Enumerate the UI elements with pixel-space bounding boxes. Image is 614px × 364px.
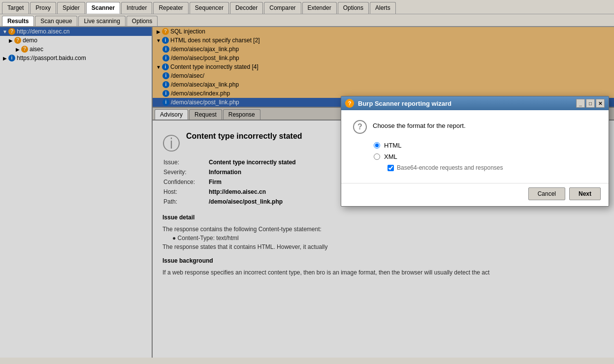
radio-html-input[interactable]: [374, 142, 380, 149]
tab-repeater[interactable]: Repeater: [153, 2, 188, 14]
radio-xml-label[interactable]: XML: [374, 153, 597, 160]
modal-close-button[interactable]: ✕: [596, 99, 605, 108]
radio-xml-input[interactable]: [374, 153, 380, 160]
subtab-live-scanning[interactable]: Live scanning: [78, 16, 125, 26]
modal-question-text: Choose the format for the report.: [373, 120, 466, 129]
modal-overlay: ? Burp Scanner reporting wizard _ □ ✕ ? …: [0, 27, 614, 358]
modal-title-icon: ?: [345, 99, 354, 108]
cancel-button[interactable]: Cancel: [528, 187, 565, 200]
tab-comparer[interactable]: Comparer: [264, 2, 301, 14]
radio-xml-text: XML: [384, 153, 397, 160]
tab-extender[interactable]: Extender: [302, 2, 337, 14]
radio-html-label[interactable]: HTML: [374, 142, 597, 149]
sub-tab-bar: Results Scan queue Live scanning Options: [0, 14, 614, 27]
tab-proxy[interactable]: Proxy: [30, 2, 56, 14]
next-button[interactable]: Next: [569, 187, 601, 200]
tab-alerts[interactable]: Alerts: [370, 2, 396, 14]
burp-scanner-wizard-modal: ? Burp Scanner reporting wizard _ □ ✕ ? …: [341, 96, 609, 207]
tab-scanner[interactable]: Scanner: [86, 2, 120, 14]
menu-bar: Target Proxy Spider Scanner Intruder Rep…: [0, 0, 614, 14]
subtab-results[interactable]: Results: [2, 16, 34, 26]
modal-question-icon: ?: [353, 120, 367, 134]
checkbox-base64-item: Base64-encode requests and responses: [388, 164, 597, 171]
tab-options[interactable]: Options: [338, 2, 369, 14]
tab-intruder[interactable]: Intruder: [121, 2, 152, 14]
main-content: ▼ ? http://demo.aisec.cn ▶ ? demo ▶ ? ai…: [0, 27, 614, 358]
subtab-options[interactable]: Options: [127, 16, 158, 26]
tab-sequencer[interactable]: Sequencer: [190, 2, 229, 14]
modal-footer: Cancel Next: [341, 183, 609, 206]
radio-html-text: HTML: [384, 142, 401, 149]
radio-group: HTML XML Base64-encode requests and resp…: [374, 142, 597, 171]
modal-question-row: ? Choose the format for the report.: [353, 120, 597, 134]
modal-titlebar: ? Burp Scanner reporting wizard _ □ ✕: [341, 96, 609, 110]
modal-body: ? Choose the format for the report. HTML…: [341, 110, 609, 183]
tab-decoder[interactable]: Decoder: [230, 2, 263, 14]
modal-minimize-button[interactable]: _: [576, 99, 585, 108]
tab-target[interactable]: Target: [2, 2, 29, 14]
modal-title-text: Burp Scanner reporting wizard: [358, 100, 575, 107]
subtab-scan-queue[interactable]: Scan queue: [35, 16, 77, 26]
checkbox-base64-input[interactable]: [388, 165, 394, 171]
checkbox-base64-label: Base64-encode requests and responses: [397, 164, 503, 171]
tab-spider[interactable]: Spider: [57, 2, 85, 14]
modal-restore-button[interactable]: □: [586, 99, 595, 108]
